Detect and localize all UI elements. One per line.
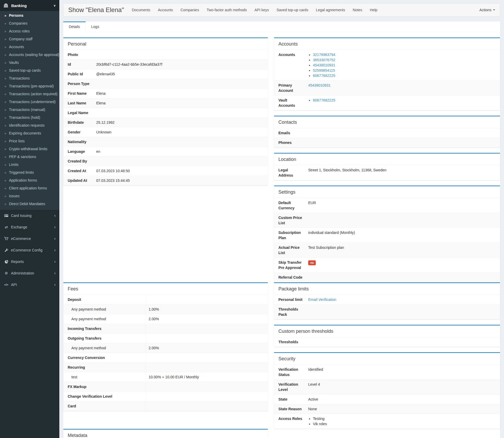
primary-account-link[interactable]: 45438010931 xyxy=(308,83,331,87)
table-row: StateActive xyxy=(274,395,500,404)
settings-section: Settings Default CurrencyEUR Custom Pric… xyxy=(274,186,500,282)
sidebar-item-api[interactable]: </> API ‹ xyxy=(0,279,59,290)
account-link[interactable]: 36533076752 xyxy=(313,58,335,62)
angle-double-right-icon: » xyxy=(4,108,6,112)
nav-link-legal-agreements[interactable]: Legal agreements xyxy=(316,8,345,12)
section-title: Package limits xyxy=(274,283,500,295)
sidebar-item-price-lists[interactable]: »Price lists xyxy=(0,137,59,145)
sidebar-item-pep-sanctions[interactable]: »PEP & sanctions xyxy=(0,153,59,161)
account-link[interactable]: 32176963794 xyxy=(313,53,335,57)
sidebar-item-persons[interactable]: »Persons xyxy=(0,12,59,19)
chevron-left-icon: ‹ xyxy=(54,271,56,275)
sidebar-item-ecommerce[interactable]: eCommerce ‹ xyxy=(0,233,59,244)
nav-link-api-keys[interactable]: API keys xyxy=(255,8,269,12)
nav-link-documents[interactable]: Documents xyxy=(132,8,150,12)
page-header: Show "Elena Elena" Documents Accounts Co… xyxy=(63,3,500,16)
account-link[interactable]: 45438010931 xyxy=(313,63,335,67)
section-title: Location xyxy=(274,154,500,165)
main-content: Show "Elena Elena" Documents Accounts Co… xyxy=(59,0,504,438)
content-row-1: Personal Photo Id20cbf6d7-c112-4aa2-bb5e… xyxy=(63,37,500,282)
vault-account-link[interactable]: 60677682225 xyxy=(313,98,335,102)
table-row: Recurring xyxy=(64,363,268,372)
sidebar-item-direct-debit-mandates[interactable]: »Direct Debit Mandates xyxy=(0,200,59,208)
sidebar-item-transactions-undetermined[interactable]: »Transactions (undetermined) xyxy=(0,98,59,106)
nav-link-accounts[interactable]: Accounts xyxy=(158,8,173,12)
table-row: Referral Code xyxy=(274,273,500,282)
sidebar-item-card-issuing[interactable]: Card Issuing ‹ xyxy=(0,210,59,221)
sidebar-item-identification-requests[interactable]: »Identification requests xyxy=(0,121,59,129)
table-row: Emails xyxy=(274,128,500,138)
personal-limit-link[interactable]: Email Verification xyxy=(308,297,336,302)
table-row: Legal AddressStreet 1, Stockholm, Stockh… xyxy=(274,165,500,180)
security-section: Security Verification StatusIdentified V… xyxy=(274,352,500,429)
sidebar-item-transactions-pre-approval[interactable]: »Transactions (pre-approval) xyxy=(0,82,59,90)
sidebar-item-access-roles[interactable]: »Access roles xyxy=(0,27,59,35)
fees-section: Fees Deposit Any payment method1.00% Any… xyxy=(63,282,268,411)
angle-double-right-icon: » xyxy=(4,202,6,206)
table-row: Thresholds Pack xyxy=(274,305,500,319)
nav-link-saved-top-up-cards[interactable]: Saved top-up cards xyxy=(277,8,308,12)
sidebar-item-companies[interactable]: »Companies xyxy=(0,19,59,27)
sidebar-item-transactions-manual[interactable]: »Transactions (manual) xyxy=(0,106,59,114)
table-row: Personal limit Email Verification xyxy=(274,295,500,305)
sidebar-item-accounts[interactable]: »Accounts xyxy=(0,43,59,51)
nav-link-two-factor[interactable]: Two-factor auth methods xyxy=(207,8,247,12)
sidebar-item-client-application-forms[interactable]: »Client application forms xyxy=(0,184,59,192)
sidebar-item-crypto-withdrawal-limits[interactable]: »Crypto withdrawal limits xyxy=(0,145,59,153)
table-row: Accounts 32176963794 36533076752 4543801… xyxy=(274,50,500,81)
sidebar-item-limits[interactable]: »Limits xyxy=(0,161,59,169)
table-row: Skip Transfer Pre Approval no xyxy=(274,258,500,273)
angle-double-right-icon: » xyxy=(4,131,6,135)
table-row: Last NameElena xyxy=(64,98,268,108)
package-limits-section: Package limits Personal limit Email Veri… xyxy=(274,282,500,319)
sidebar-item-expiring-documents[interactable]: »Expiring documents xyxy=(0,129,59,137)
sidebar-item-exchange[interactable]: ⇄ Exchange ‹ xyxy=(0,221,59,233)
chevron-left-icon: ‹ xyxy=(54,237,56,240)
bank-icon xyxy=(4,3,9,8)
sidebar-item-reports[interactable]: Reports ‹ xyxy=(0,256,59,267)
nav-link-help[interactable]: Help xyxy=(370,8,377,12)
table-row: Person Type xyxy=(64,79,268,89)
tab-logs[interactable]: Logs xyxy=(86,21,105,32)
angle-double-right-icon: » xyxy=(4,92,6,96)
nav-link-notes[interactable]: Notes xyxy=(353,8,362,12)
account-link[interactable]: 60677682225 xyxy=(313,74,335,78)
table-row: Outgoing Transfers xyxy=(64,334,268,343)
actions-button[interactable]: Actions xyxy=(479,8,495,12)
angle-double-right-icon: » xyxy=(4,171,6,175)
angle-double-right-icon: » xyxy=(4,155,6,159)
sidebar-item-administration[interactable]: ⚙ Administration ‹ xyxy=(0,267,59,279)
section-title: Metadata xyxy=(64,430,268,438)
sidebar-item-issues[interactable]: »Issues xyxy=(0,192,59,200)
table-row: Any payment method2.00% xyxy=(64,314,268,324)
location-section: Location Legal AddressStreet 1, Stockhol… xyxy=(274,153,500,180)
account-link[interactable]: 52599854115 xyxy=(313,68,335,72)
sidebar-item-application-forms[interactable]: »Application forms xyxy=(0,176,59,184)
access-roles-list: Testing Vik roles xyxy=(308,416,497,426)
sidebar-item-banking[interactable]: Banking ∨ xyxy=(0,0,59,11)
sidebar-item-ecommerce-config[interactable]: eCommerce Config ‹ xyxy=(0,244,59,256)
angle-double-right-icon: » xyxy=(4,178,6,182)
cart-icon xyxy=(4,237,9,241)
table-row: Languageen xyxy=(64,147,268,156)
sidebar-item-transactions-hold[interactable]: »Transactions (hold) xyxy=(0,114,59,121)
sidebar-brand-label: Banking xyxy=(11,3,27,8)
angle-double-right-icon: » xyxy=(4,147,6,151)
sidebar-item-triggered-limits[interactable]: »Triggered limits xyxy=(0,169,59,176)
status-badge: no xyxy=(308,260,316,265)
vault-account-links-list: 60677682225 xyxy=(308,98,497,103)
custom-person-thresholds-section: Custom person thresholds Thresholds xyxy=(274,325,500,347)
sidebar-item-vaults[interactable]: »Vaults xyxy=(0,59,59,66)
angle-double-right-icon: » xyxy=(4,53,6,57)
tab-details[interactable]: Details xyxy=(63,21,86,32)
nav-link-companies[interactable]: Companies xyxy=(181,8,199,12)
section-title: Fees xyxy=(64,283,268,295)
sidebar-item-transactions-action-required[interactable]: »Transactions (action required) xyxy=(0,90,59,98)
sidebar-item-saved-top-up-cards[interactable]: »Saved top-up cards xyxy=(0,66,59,74)
angle-double-right-icon: » xyxy=(4,139,6,143)
sidebar-item-accounts-waiting[interactable]: »Accounts (waiting for approval) xyxy=(0,51,59,59)
angle-double-right-icon: » xyxy=(4,29,6,33)
table-row: Verification LevelLevel 4 xyxy=(274,380,500,395)
sidebar-item-company-staff[interactable]: »Company staff xyxy=(0,35,59,43)
sidebar-item-transactions[interactable]: »Transactions xyxy=(0,74,59,82)
